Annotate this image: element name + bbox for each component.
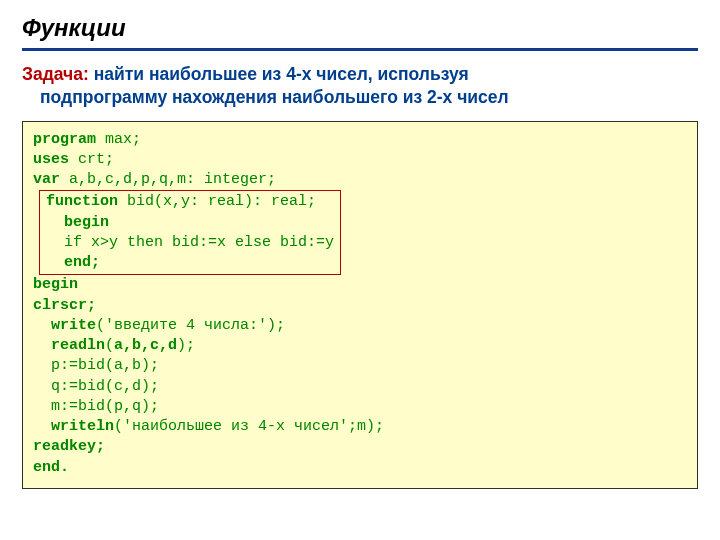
task-text-1: найти наибольшее из 4-х чисел, используя: [89, 64, 469, 84]
title-divider: [22, 48, 698, 51]
slide-title: Функции: [22, 14, 698, 42]
code-text: (: [105, 337, 114, 354]
code-text: max;: [96, 131, 141, 148]
kw-var: var: [33, 171, 60, 188]
code-text: bid(x,y: real): real;: [118, 193, 316, 210]
function-definition-box: function bid(x,y: real): real; begin if …: [39, 190, 341, 275]
code-text: if x>y then bid:=x else bid:=y: [64, 234, 334, 251]
kw-begin: begin: [33, 276, 78, 293]
kw-clrscr: clrscr;: [33, 297, 96, 314]
code-text: ('наибольшее из 4-х чисел';m);: [114, 418, 384, 435]
code-args: a,b,c,d: [114, 337, 177, 354]
kw-uses: uses: [33, 151, 69, 168]
task-label: Задача:: [22, 64, 89, 84]
code-text: a,b,c,d,p,q,m: integer;: [60, 171, 276, 188]
code-text: crt;: [69, 151, 114, 168]
code-text: );: [177, 337, 195, 354]
code-text: m:=bid(p,q);: [51, 398, 159, 415]
kw-writeln: writeln: [51, 418, 114, 435]
kw-end: end;: [64, 254, 100, 271]
code-text: ('введите 4 числа:');: [96, 317, 285, 334]
kw-program: program: [33, 131, 96, 148]
kw-begin: begin: [64, 214, 109, 231]
kw-readln: readln: [51, 337, 105, 354]
kw-function: function: [46, 193, 118, 210]
code-text: p:=bid(a,b);: [51, 357, 159, 374]
kw-write: write: [51, 317, 96, 334]
code-listing: program max; uses crt; var a,b,c,d,p,q,m…: [22, 121, 698, 489]
code-text: q:=bid(c,d);: [51, 378, 159, 395]
task-description: Задача: найти наибольшее из 4-х чисел, и…: [22, 63, 698, 109]
kw-end: end.: [33, 459, 69, 476]
task-text-2: подпрограмму нахождения наибольшего из 2…: [22, 86, 698, 109]
kw-readkey: readkey;: [33, 438, 105, 455]
